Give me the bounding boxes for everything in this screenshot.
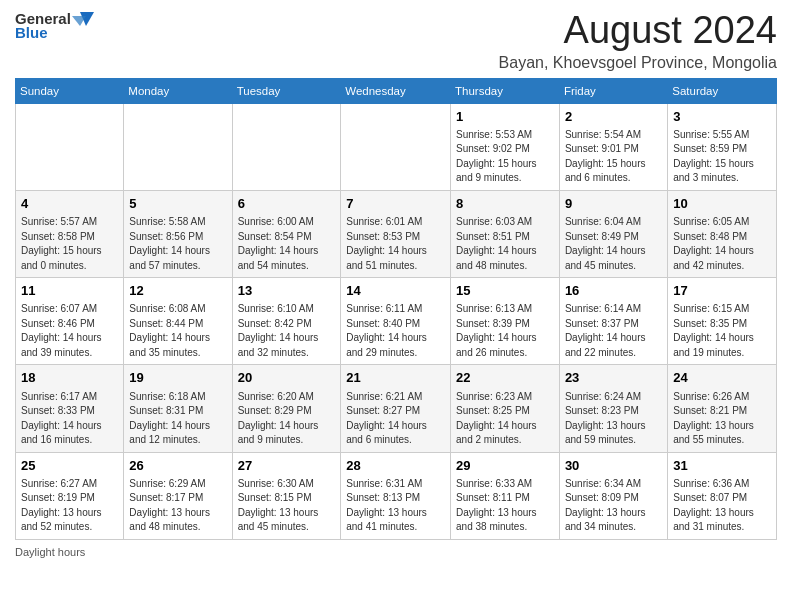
calendar-cell: 7Sunrise: 6:01 AMSunset: 8:53 PMDaylight…	[341, 190, 451, 277]
calendar-cell: 11Sunrise: 6:07 AMSunset: 8:46 PMDayligh…	[16, 278, 124, 365]
cell-info: Sunrise: 6:27 AMSunset: 8:19 PMDaylight:…	[21, 477, 118, 535]
weekday-header: Sunday	[16, 78, 124, 103]
calendar-cell: 2Sunrise: 5:54 AMSunset: 9:01 PMDaylight…	[559, 103, 667, 190]
calendar-cell: 26Sunrise: 6:29 AMSunset: 8:17 PMDayligh…	[124, 452, 232, 539]
calendar-cell: 25Sunrise: 6:27 AMSunset: 8:19 PMDayligh…	[16, 452, 124, 539]
calendar-cell	[232, 103, 341, 190]
day-number: 13	[238, 282, 336, 300]
day-number: 21	[346, 369, 445, 387]
daylight-label: Daylight hours	[15, 546, 85, 558]
title-section: August 2024 Bayan, Khoevsgoel Province, …	[499, 10, 777, 72]
day-number: 3	[673, 108, 771, 126]
cell-info: Sunrise: 6:31 AMSunset: 8:13 PMDaylight:…	[346, 477, 445, 535]
day-number: 20	[238, 369, 336, 387]
footer-note: Daylight hours	[15, 546, 777, 558]
calendar-table: SundayMondayTuesdayWednesdayThursdayFrid…	[15, 78, 777, 540]
calendar-cell	[124, 103, 232, 190]
calendar-cell: 23Sunrise: 6:24 AMSunset: 8:23 PMDayligh…	[559, 365, 667, 452]
calendar-cell: 15Sunrise: 6:13 AMSunset: 8:39 PMDayligh…	[451, 278, 560, 365]
calendar-cell: 16Sunrise: 6:14 AMSunset: 8:37 PMDayligh…	[559, 278, 667, 365]
cell-info: Sunrise: 6:20 AMSunset: 8:29 PMDaylight:…	[238, 390, 336, 448]
cell-info: Sunrise: 6:10 AMSunset: 8:42 PMDaylight:…	[238, 302, 336, 360]
cell-info: Sunrise: 5:53 AMSunset: 9:02 PMDaylight:…	[456, 128, 554, 186]
calendar-cell: 1Sunrise: 5:53 AMSunset: 9:02 PMDaylight…	[451, 103, 560, 190]
day-number: 2	[565, 108, 662, 126]
cell-info: Sunrise: 5:55 AMSunset: 8:59 PMDaylight:…	[673, 128, 771, 186]
weekday-header: Wednesday	[341, 78, 451, 103]
calendar-cell: 6Sunrise: 6:00 AMSunset: 8:54 PMDaylight…	[232, 190, 341, 277]
cell-info: Sunrise: 6:18 AMSunset: 8:31 PMDaylight:…	[129, 390, 226, 448]
calendar-week-row: 18Sunrise: 6:17 AMSunset: 8:33 PMDayligh…	[16, 365, 777, 452]
day-number: 6	[238, 195, 336, 213]
calendar-cell: 8Sunrise: 6:03 AMSunset: 8:51 PMDaylight…	[451, 190, 560, 277]
cell-info: Sunrise: 6:08 AMSunset: 8:44 PMDaylight:…	[129, 302, 226, 360]
calendar-cell: 20Sunrise: 6:20 AMSunset: 8:29 PMDayligh…	[232, 365, 341, 452]
cell-info: Sunrise: 6:17 AMSunset: 8:33 PMDaylight:…	[21, 390, 118, 448]
calendar-cell: 13Sunrise: 6:10 AMSunset: 8:42 PMDayligh…	[232, 278, 341, 365]
day-number: 18	[21, 369, 118, 387]
calendar-cell: 9Sunrise: 6:04 AMSunset: 8:49 PMDaylight…	[559, 190, 667, 277]
calendar-cell: 18Sunrise: 6:17 AMSunset: 8:33 PMDayligh…	[16, 365, 124, 452]
calendar-cell: 14Sunrise: 6:11 AMSunset: 8:40 PMDayligh…	[341, 278, 451, 365]
cell-info: Sunrise: 6:36 AMSunset: 8:07 PMDaylight:…	[673, 477, 771, 535]
logo: General Blue	[15, 10, 95, 42]
month-title: August 2024	[499, 10, 777, 52]
logo-blue: Blue	[15, 24, 95, 42]
cell-info: Sunrise: 6:11 AMSunset: 8:40 PMDaylight:…	[346, 302, 445, 360]
day-number: 7	[346, 195, 445, 213]
calendar-cell: 22Sunrise: 6:23 AMSunset: 8:25 PMDayligh…	[451, 365, 560, 452]
cell-info: Sunrise: 6:29 AMSunset: 8:17 PMDaylight:…	[129, 477, 226, 535]
calendar-cell: 24Sunrise: 6:26 AMSunset: 8:21 PMDayligh…	[668, 365, 777, 452]
cell-info: Sunrise: 6:30 AMSunset: 8:15 PMDaylight:…	[238, 477, 336, 535]
calendar-cell: 12Sunrise: 6:08 AMSunset: 8:44 PMDayligh…	[124, 278, 232, 365]
day-number: 12	[129, 282, 226, 300]
day-number: 30	[565, 457, 662, 475]
cell-info: Sunrise: 6:00 AMSunset: 8:54 PMDaylight:…	[238, 215, 336, 273]
cell-info: Sunrise: 6:26 AMSunset: 8:21 PMDaylight:…	[673, 390, 771, 448]
calendar-cell: 5Sunrise: 5:58 AMSunset: 8:56 PMDaylight…	[124, 190, 232, 277]
cell-info: Sunrise: 6:34 AMSunset: 8:09 PMDaylight:…	[565, 477, 662, 535]
calendar-cell	[16, 103, 124, 190]
weekday-header: Friday	[559, 78, 667, 103]
cell-info: Sunrise: 6:01 AMSunset: 8:53 PMDaylight:…	[346, 215, 445, 273]
cell-info: Sunrise: 5:57 AMSunset: 8:58 PMDaylight:…	[21, 215, 118, 273]
weekday-header-row: SundayMondayTuesdayWednesdayThursdayFrid…	[16, 78, 777, 103]
day-number: 22	[456, 369, 554, 387]
cell-info: Sunrise: 6:13 AMSunset: 8:39 PMDaylight:…	[456, 302, 554, 360]
calendar-week-row: 4Sunrise: 5:57 AMSunset: 8:58 PMDaylight…	[16, 190, 777, 277]
day-number: 1	[456, 108, 554, 126]
cell-info: Sunrise: 6:24 AMSunset: 8:23 PMDaylight:…	[565, 390, 662, 448]
calendar-week-row: 25Sunrise: 6:27 AMSunset: 8:19 PMDayligh…	[16, 452, 777, 539]
calendar-cell: 29Sunrise: 6:33 AMSunset: 8:11 PMDayligh…	[451, 452, 560, 539]
cell-info: Sunrise: 6:14 AMSunset: 8:37 PMDaylight:…	[565, 302, 662, 360]
calendar-cell: 27Sunrise: 6:30 AMSunset: 8:15 PMDayligh…	[232, 452, 341, 539]
day-number: 25	[21, 457, 118, 475]
page-header: General Blue August 2024 Bayan, Khoevsgo…	[15, 10, 777, 72]
day-number: 26	[129, 457, 226, 475]
weekday-header: Thursday	[451, 78, 560, 103]
day-number: 4	[21, 195, 118, 213]
cell-info: Sunrise: 6:23 AMSunset: 8:25 PMDaylight:…	[456, 390, 554, 448]
day-number: 5	[129, 195, 226, 213]
day-number: 8	[456, 195, 554, 213]
cell-info: Sunrise: 6:21 AMSunset: 8:27 PMDaylight:…	[346, 390, 445, 448]
day-number: 28	[346, 457, 445, 475]
cell-info: Sunrise: 6:05 AMSunset: 8:48 PMDaylight:…	[673, 215, 771, 273]
day-number: 10	[673, 195, 771, 213]
cell-info: Sunrise: 5:54 AMSunset: 9:01 PMDaylight:…	[565, 128, 662, 186]
day-number: 16	[565, 282, 662, 300]
calendar-cell: 4Sunrise: 5:57 AMSunset: 8:58 PMDaylight…	[16, 190, 124, 277]
weekday-header: Monday	[124, 78, 232, 103]
day-number: 15	[456, 282, 554, 300]
cell-info: Sunrise: 6:07 AMSunset: 8:46 PMDaylight:…	[21, 302, 118, 360]
day-number: 24	[673, 369, 771, 387]
calendar-cell: 28Sunrise: 6:31 AMSunset: 8:13 PMDayligh…	[341, 452, 451, 539]
day-number: 19	[129, 369, 226, 387]
cell-info: Sunrise: 6:15 AMSunset: 8:35 PMDaylight:…	[673, 302, 771, 360]
day-number: 23	[565, 369, 662, 387]
day-number: 29	[456, 457, 554, 475]
calendar-cell: 17Sunrise: 6:15 AMSunset: 8:35 PMDayligh…	[668, 278, 777, 365]
calendar-cell: 30Sunrise: 6:34 AMSunset: 8:09 PMDayligh…	[559, 452, 667, 539]
calendar-week-row: 11Sunrise: 6:07 AMSunset: 8:46 PMDayligh…	[16, 278, 777, 365]
day-number: 9	[565, 195, 662, 213]
